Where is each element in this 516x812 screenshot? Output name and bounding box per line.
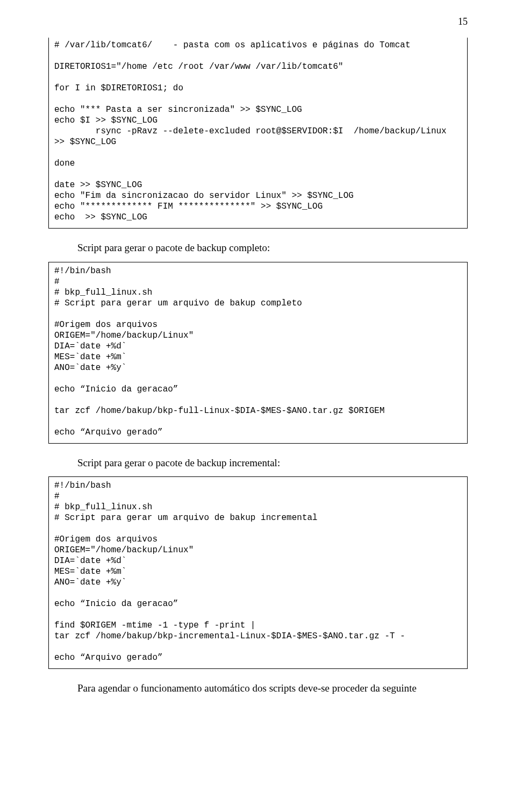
code-block-sync: # /var/lib/tomcat6/ - pasta com os aplic… [48, 38, 468, 229]
code-block-incremental-backup: #!/bin/bash # # bkp_full_linux.sh # Scri… [48, 476, 468, 669]
final-paragraph: Para agendar o funcionamento automático … [48, 681, 468, 696]
document-page: 15 # /var/lib/tomcat6/ - pasta com os ap… [0, 0, 516, 812]
code-block-full-backup: #!/bin/bash # # bkp_full_linux.sh # Scri… [48, 262, 468, 444]
page-number: 15 [458, 16, 468, 27]
caption-full-backup: Script para gerar o pacote de backup com… [48, 240, 468, 255]
caption-incremental-backup: Script para gerar o pacote de backup inc… [48, 455, 468, 471]
